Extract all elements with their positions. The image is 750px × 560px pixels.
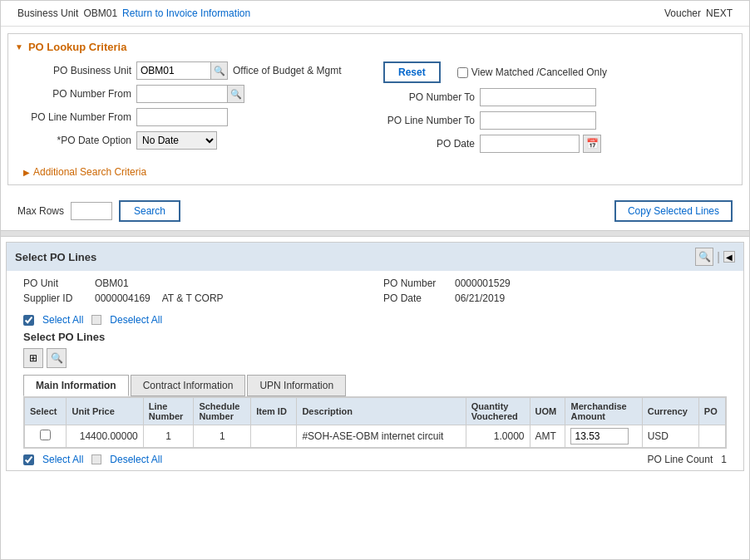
business-unit-value: OBM01 (83, 7, 117, 19)
return-to-invoice-link[interactable]: Return to Invoice Information (122, 7, 250, 19)
deselect-all-link[interactable]: Deselect All (110, 314, 162, 326)
search-button[interactable]: Search (119, 200, 180, 222)
max-rows-input[interactable] (71, 202, 112, 220)
po-date-option-select[interactable]: No Date Specific Date Date Range (136, 131, 217, 150)
supplier-id-label: Supplier ID (23, 292, 90, 304)
col-currency: Currency (642, 398, 698, 425)
bottom-deselect-all-link[interactable]: Deselect All (110, 454, 162, 465)
po-number-to-label: PO Number To (383, 91, 475, 103)
po-lines-table-container: Select Unit Price LineNumber ScheduleNum… (23, 396, 727, 449)
cell-description: #SOH-ASE-OBM internet circuit (297, 425, 466, 448)
collapse-triangle-icon: ▼ (15, 42, 23, 52)
max-rows-label: Max Rows (17, 205, 64, 217)
po-line-count-area: PO Line Count 1 (648, 454, 727, 465)
po-date-row: PO Date 📅 (383, 135, 727, 153)
select-all-link[interactable]: Select All (42, 314, 83, 326)
reset-button[interactable]: Reset (383, 61, 441, 83)
cell-merchandise-amount (565, 425, 642, 448)
col-uom: UOM (530, 398, 565, 425)
voucher-value: NEXT (706, 7, 733, 19)
col-description: Description (297, 398, 466, 425)
nav-arrow-icon[interactable]: ◀ (723, 251, 735, 263)
col-line-number: LineNumber (143, 398, 194, 425)
col-merchandise-amount: MerchandiseAmount (565, 398, 642, 425)
toolbar-search-icon[interactable]: 🔍 (47, 348, 67, 368)
po-date-label: PO Date (383, 138, 475, 150)
header-divider: | (717, 250, 720, 263)
po-business-unit-input[interactable] (136, 61, 211, 80)
po-line-to-input[interactable] (480, 111, 596, 130)
po-line-to-label: PO Line Number To (383, 115, 475, 126)
select-po-lines-label: Select PO Lines (7, 329, 743, 345)
additional-search-link[interactable]: ▶ Additional Search Criteria (23, 166, 735, 178)
voucher-label: Voucher (664, 7, 701, 19)
cell-po (698, 425, 725, 448)
po-date-info-value: 06/21/2019 (455, 292, 505, 304)
search-bar-left: Max Rows Search (17, 200, 180, 222)
tab-main-information[interactable]: Main Information (23, 375, 129, 396)
lookup-form-grid: PO Business Unit 🔍 Office of Budget & Mg… (15, 61, 735, 158)
po-unit-value: OBM01 (95, 278, 129, 289)
po-line-count-value: 1 (721, 454, 727, 465)
lookup-criteria-header[interactable]: ▼ PO Lookup Criteria (15, 41, 735, 53)
select-po-lines-section: Select PO Lines 🔍 | ◀ PO Unit OBM01 PO N… (6, 242, 744, 471)
col-select: Select (25, 398, 67, 425)
po-date-option-label: *PO Date Option (23, 135, 131, 146)
cell-currency: USD (642, 425, 698, 448)
po-number-info-value: 0000001529 (455, 278, 511, 289)
tab-contract-information[interactable]: Contract Information (131, 375, 246, 396)
po-line-count-label: PO Line Count (648, 454, 713, 465)
col-quantity-vouchered: QuantityVouchered (466, 398, 530, 425)
po-line-from-input[interactable] (136, 108, 228, 126)
tab-upn-information[interactable]: UPN Information (247, 375, 346, 396)
po-number-from-label: PO Number From (23, 88, 131, 100)
cell-uom: AMT (530, 425, 565, 448)
po-business-unit-input-wrapper: 🔍 (136, 61, 228, 80)
col-schedule-number: ScheduleNumber (194, 398, 251, 425)
po-number-to-input[interactable] (480, 88, 596, 106)
bottom-select-all-checkbox[interactable] (23, 454, 34, 465)
copy-selected-button[interactable]: Copy Selected Lines (614, 200, 733, 222)
po-line-from-row: PO Line Number From (23, 108, 367, 126)
table-header-row: Select Unit Price LineNumber ScheduleNum… (25, 398, 726, 425)
bottom-deselect-icon (91, 454, 101, 464)
po-number-to-row: PO Number To (383, 88, 727, 106)
search-bar: Max Rows Search Copy Selected Lines (1, 192, 749, 230)
view-matched-checkbox[interactable] (457, 67, 468, 78)
row-select-checkbox[interactable] (40, 430, 51, 440)
bottom-select-all-link[interactable]: Select All (42, 454, 83, 465)
po-lines-search-icon[interactable]: 🔍 (695, 248, 713, 266)
po-business-unit-row: PO Business Unit 🔍 Office of Budget & Mg… (23, 61, 367, 80)
po-number-from-search-icon[interactable]: 🔍 (228, 85, 244, 103)
po-lines-title: Select PO Lines (15, 251, 96, 263)
po-unit-row: PO Unit OBM01 (23, 278, 367, 289)
form-col-left: PO Business Unit 🔍 Office of Budget & Mg… (23, 61, 367, 158)
top-bar-left: Business Unit OBM01 Return to Invoice In… (17, 7, 250, 19)
section-divider (1, 230, 749, 237)
po-date-input[interactable] (480, 135, 580, 153)
table-row: 14400.00000 1 1 #SOH-ASE-OBM internet ci… (25, 425, 726, 448)
supplier-id-value: 0000004169 (95, 292, 150, 304)
calendar-icon[interactable]: 📅 (583, 135, 601, 153)
business-unit-label: Business Unit (17, 7, 78, 19)
reset-row: Reset View Matched /Cancelled Only (383, 61, 727, 83)
select-all-checkbox[interactable] (23, 315, 34, 326)
po-info-grid: PO Unit OBM01 PO Number 0000001529 Suppl… (7, 271, 743, 311)
cell-unit-price: 14400.00000 (67, 425, 143, 448)
table-toolbar: ⊞ 🔍 (7, 345, 743, 371)
po-number-from-row: PO Number From 🔍 (23, 85, 367, 103)
merchandise-amount-input[interactable] (570, 428, 629, 445)
po-business-unit-search-icon[interactable]: 🔍 (211, 61, 228, 80)
po-date-option-row: *PO Date Option No Date Specific Date Da… (23, 131, 367, 150)
po-business-unit-label: PO Business Unit (23, 65, 131, 76)
cell-item-id (251, 425, 297, 448)
cell-select (25, 425, 67, 448)
deselect-checkbox-icon (91, 315, 101, 325)
po-number-from-input[interactable] (136, 85, 228, 103)
po-date-info-row: PO Date 06/21/2019 (383, 292, 727, 304)
supplier-name: AT & T CORP (162, 292, 224, 304)
toolbar-grid-icon[interactable]: ⊞ (23, 348, 43, 368)
col-po: PO (698, 398, 725, 425)
cell-line-number: 1 (143, 425, 194, 448)
form-col-right: Reset View Matched /Cancelled Only PO Nu… (383, 61, 727, 158)
